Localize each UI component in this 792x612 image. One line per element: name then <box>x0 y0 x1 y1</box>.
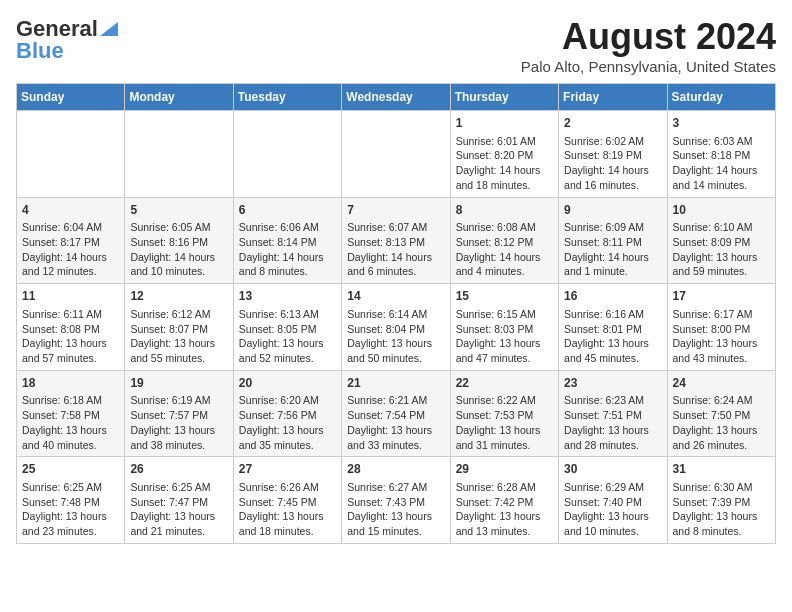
cell-content-line: Sunrise: 6:19 AM <box>130 393 227 408</box>
logo: General Blue <box>16 16 118 64</box>
page-subtitle: Palo Alto, Pennsylvania, United States <box>521 58 776 75</box>
cell-content-line: Sunrise: 6:05 AM <box>130 220 227 235</box>
cell-content-line: Sunset: 7:56 PM <box>239 408 336 423</box>
calendar-cell: 11Sunrise: 6:11 AMSunset: 8:08 PMDayligh… <box>17 284 125 371</box>
calendar-cell: 12Sunrise: 6:12 AMSunset: 8:07 PMDayligh… <box>125 284 233 371</box>
logo-text-blue: Blue <box>16 38 64 64</box>
cell-content-line: Sunrise: 6:10 AM <box>673 220 770 235</box>
cell-content-line: and 10 minutes. <box>130 264 227 279</box>
day-number: 2 <box>564 115 661 132</box>
cell-content-line: Daylight: 13 hours <box>673 423 770 438</box>
cell-content-line: Daylight: 13 hours <box>347 336 444 351</box>
calendar-cell: 15Sunrise: 6:15 AMSunset: 8:03 PMDayligh… <box>450 284 558 371</box>
cell-content-line: and 38 minutes. <box>130 438 227 453</box>
cell-content-line: and 10 minutes. <box>564 524 661 539</box>
calendar-cell <box>342 111 450 198</box>
calendar-table: SundayMondayTuesdayWednesdayThursdayFrid… <box>16 83 776 544</box>
cell-content-line: Daylight: 14 hours <box>456 163 553 178</box>
cell-content-line: Daylight: 13 hours <box>347 509 444 524</box>
calendar-cell: 29Sunrise: 6:28 AMSunset: 7:42 PMDayligh… <box>450 457 558 544</box>
cell-content-line: Sunset: 8:20 PM <box>456 148 553 163</box>
cell-content-line: Sunset: 7:48 PM <box>22 495 119 510</box>
cell-content-line: Sunset: 7:54 PM <box>347 408 444 423</box>
cell-content-line: Sunset: 8:18 PM <box>673 148 770 163</box>
cell-content-line: Sunset: 8:19 PM <box>564 148 661 163</box>
day-number: 21 <box>347 375 444 392</box>
cell-content-line: Daylight: 13 hours <box>564 336 661 351</box>
cell-content-line: Sunrise: 6:02 AM <box>564 134 661 149</box>
cell-content-line: Sunset: 7:58 PM <box>22 408 119 423</box>
cell-content-line: Sunrise: 6:13 AM <box>239 307 336 322</box>
cell-content-line: Sunrise: 6:22 AM <box>456 393 553 408</box>
cell-content-line: Daylight: 14 hours <box>22 250 119 265</box>
calendar-cell: 10Sunrise: 6:10 AMSunset: 8:09 PMDayligh… <box>667 197 775 284</box>
cell-content-line: Daylight: 13 hours <box>239 423 336 438</box>
calendar-cell: 6Sunrise: 6:06 AMSunset: 8:14 PMDaylight… <box>233 197 341 284</box>
cell-content-line: and 13 minutes. <box>456 524 553 539</box>
day-number: 12 <box>130 288 227 305</box>
cell-content-line: Sunrise: 6:04 AM <box>22 220 119 235</box>
calendar-cell: 25Sunrise: 6:25 AMSunset: 7:48 PMDayligh… <box>17 457 125 544</box>
cell-content-line: Daylight: 13 hours <box>22 336 119 351</box>
cell-content-line: Sunset: 8:12 PM <box>456 235 553 250</box>
cell-content-line: Daylight: 14 hours <box>130 250 227 265</box>
cell-content-line: and 50 minutes. <box>347 351 444 366</box>
cell-content-line: and 45 minutes. <box>564 351 661 366</box>
svg-marker-0 <box>100 22 118 36</box>
cell-content-line: and 47 minutes. <box>456 351 553 366</box>
cell-content-line: Sunrise: 6:29 AM <box>564 480 661 495</box>
calendar-cell: 1Sunrise: 6:01 AMSunset: 8:20 PMDaylight… <box>450 111 558 198</box>
day-number: 7 <box>347 202 444 219</box>
cell-content-line: Sunrise: 6:30 AM <box>673 480 770 495</box>
cell-content-line: Daylight: 13 hours <box>130 336 227 351</box>
cell-content-line: Sunrise: 6:25 AM <box>22 480 119 495</box>
cell-content-line: Sunrise: 6:03 AM <box>673 134 770 149</box>
cell-content-line: and 8 minutes. <box>239 264 336 279</box>
cell-content-line: and 15 minutes. <box>347 524 444 539</box>
calendar-cell: 17Sunrise: 6:17 AMSunset: 8:00 PMDayligh… <box>667 284 775 371</box>
day-number: 9 <box>564 202 661 219</box>
cell-content-line: and 57 minutes. <box>22 351 119 366</box>
cell-content-line: Daylight: 13 hours <box>22 509 119 524</box>
cell-content-line: Sunrise: 6:08 AM <box>456 220 553 235</box>
cell-content-line: Sunset: 7:39 PM <box>673 495 770 510</box>
calendar-cell: 23Sunrise: 6:23 AMSunset: 7:51 PMDayligh… <box>559 370 667 457</box>
cell-content-line: and 12 minutes. <box>22 264 119 279</box>
calendar-week-row: 4Sunrise: 6:04 AMSunset: 8:17 PMDaylight… <box>17 197 776 284</box>
calendar-cell: 5Sunrise: 6:05 AMSunset: 8:16 PMDaylight… <box>125 197 233 284</box>
calendar-cell: 21Sunrise: 6:21 AMSunset: 7:54 PMDayligh… <box>342 370 450 457</box>
page-header: General Blue August 2024 Palo Alto, Penn… <box>16 16 776 75</box>
day-number: 8 <box>456 202 553 219</box>
calendar-cell: 3Sunrise: 6:03 AMSunset: 8:18 PMDaylight… <box>667 111 775 198</box>
calendar-cell: 19Sunrise: 6:19 AMSunset: 7:57 PMDayligh… <box>125 370 233 457</box>
day-number: 17 <box>673 288 770 305</box>
cell-content-line: Sunset: 8:14 PM <box>239 235 336 250</box>
day-number: 5 <box>130 202 227 219</box>
cell-content-line: Daylight: 13 hours <box>130 509 227 524</box>
cell-content-line: Daylight: 13 hours <box>22 423 119 438</box>
cell-content-line: Sunrise: 6:16 AM <box>564 307 661 322</box>
cell-content-line: Daylight: 13 hours <box>673 250 770 265</box>
calendar-header-row: SundayMondayTuesdayWednesdayThursdayFrid… <box>17 84 776 111</box>
cell-content-line: Sunset: 8:13 PM <box>347 235 444 250</box>
cell-content-line: Daylight: 13 hours <box>673 509 770 524</box>
day-number: 13 <box>239 288 336 305</box>
cell-content-line: Daylight: 14 hours <box>239 250 336 265</box>
calendar-day-header: Thursday <box>450 84 558 111</box>
cell-content-line: and 59 minutes. <box>673 264 770 279</box>
cell-content-line: and 6 minutes. <box>347 264 444 279</box>
cell-content-line: Sunrise: 6:25 AM <box>130 480 227 495</box>
day-number: 18 <box>22 375 119 392</box>
cell-content-line: Sunrise: 6:06 AM <box>239 220 336 235</box>
cell-content-line: and 18 minutes. <box>239 524 336 539</box>
calendar-cell: 22Sunrise: 6:22 AMSunset: 7:53 PMDayligh… <box>450 370 558 457</box>
calendar-week-row: 11Sunrise: 6:11 AMSunset: 8:08 PMDayligh… <box>17 284 776 371</box>
cell-content-line: Sunset: 7:42 PM <box>456 495 553 510</box>
calendar-cell: 24Sunrise: 6:24 AMSunset: 7:50 PMDayligh… <box>667 370 775 457</box>
cell-content-line: Daylight: 14 hours <box>347 250 444 265</box>
cell-content-line: Sunrise: 6:18 AM <box>22 393 119 408</box>
calendar-cell: 28Sunrise: 6:27 AMSunset: 7:43 PMDayligh… <box>342 457 450 544</box>
calendar-cell: 13Sunrise: 6:13 AMSunset: 8:05 PMDayligh… <box>233 284 341 371</box>
cell-content-line: and 8 minutes. <box>673 524 770 539</box>
cell-content-line: and 33 minutes. <box>347 438 444 453</box>
